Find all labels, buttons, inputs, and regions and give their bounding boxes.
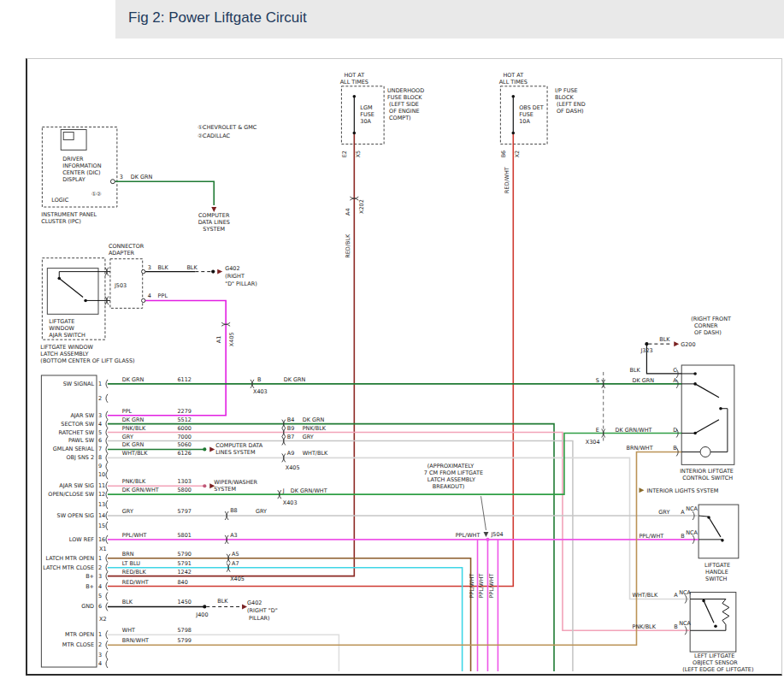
label-lt-blu: LT BLU bbox=[122, 560, 140, 567]
label-interior-lights-system: INTERIOR LIGHTS SYSTEM bbox=[646, 487, 718, 494]
label-5: 5 bbox=[98, 593, 102, 599]
label-nca: NCA bbox=[686, 505, 698, 512]
label-blk: BLK bbox=[217, 598, 228, 605]
label-9: 9 bbox=[98, 463, 102, 469]
junction-dot bbox=[707, 516, 710, 519]
label-30a: 30A bbox=[360, 118, 371, 125]
label-b: B bbox=[681, 533, 684, 540]
wire-brn-wht-5799 bbox=[108, 452, 681, 645]
label-ppl-wht: PPL/WHT bbox=[478, 574, 485, 599]
label-6112: 6112 bbox=[177, 376, 191, 383]
label-mtr-close: MTR CLOSE bbox=[62, 641, 94, 648]
label-liftgate: LIFTGATE bbox=[49, 318, 74, 325]
arrow-icon bbox=[639, 487, 644, 493]
label-hot-at: HOT AT bbox=[503, 72, 523, 79]
label-6000: 6000 bbox=[177, 425, 191, 432]
label-blk: BLK bbox=[186, 264, 197, 271]
label-5790: 5790 bbox=[177, 551, 191, 558]
label-dk-grn-wht: DK GRN/WHT bbox=[616, 427, 652, 434]
ctrl-lamp-lead bbox=[710, 409, 728, 452]
label-wht-blk: WHT/BLK bbox=[303, 450, 328, 457]
label-14: 14 bbox=[98, 512, 105, 519]
label-1: 1 bbox=[98, 381, 102, 387]
label-a4: A4 bbox=[345, 208, 351, 216]
label-nca: NCA bbox=[686, 529, 698, 536]
label-lines-system: LINES SYSTEM bbox=[215, 449, 255, 456]
label-sw-open-sig: SW OPEN SIG bbox=[57, 512, 94, 519]
label-a1: A1 bbox=[215, 336, 222, 344]
label-x403: X403 bbox=[253, 388, 268, 395]
label-underhood: UNDERHOOD bbox=[387, 87, 424, 94]
connector-bracket bbox=[106, 428, 108, 437]
connector-bracket bbox=[106, 445, 108, 453]
junction-dot bbox=[203, 605, 206, 608]
label-wht: WHT bbox=[122, 627, 135, 634]
label-dk-grn: DK GRN bbox=[122, 376, 144, 383]
label-ppl: PPL bbox=[122, 408, 133, 415]
label-sector-sw: SECTOR SW bbox=[61, 421, 94, 428]
label-3: 3 bbox=[120, 174, 123, 180]
label-ppl-wht: PPL/WHT bbox=[456, 532, 480, 539]
label-dk-grn: DK GRN bbox=[122, 416, 144, 423]
label-e: E bbox=[596, 427, 599, 434]
label-blk: BLK bbox=[659, 336, 670, 343]
junction-dot bbox=[486, 538, 489, 541]
label-obj-sns-2: OBJ SNS 2 bbox=[66, 454, 94, 461]
wire-wht-blk-6126 bbox=[108, 458, 690, 599]
label-blk: BLK bbox=[158, 264, 169, 271]
label-x1: X1 bbox=[99, 546, 107, 552]
label-mtr-open: MTR OPEN bbox=[65, 631, 94, 638]
junction-dot bbox=[714, 625, 717, 629]
label-pnk-blk: PNK/BLK bbox=[633, 623, 657, 630]
arrow-icon bbox=[674, 341, 679, 346]
junction-dot bbox=[693, 382, 697, 386]
label-dk-grn: DK GRN bbox=[633, 377, 655, 384]
label-2: 2 bbox=[98, 395, 102, 402]
label-ratchet-sw: RATCHET SW bbox=[58, 429, 94, 436]
label-right-front: (RIGHT FRONT bbox=[691, 316, 731, 322]
diagram-frame: HOT ATALL TIMESHOT ATALL TIMESLGMFUSE30A… bbox=[26, 58, 782, 676]
label-adapter: ADAPTER bbox=[109, 250, 135, 257]
label-7: 7 bbox=[98, 446, 102, 452]
label-ajar-sw-sig: AJAR SW SIG bbox=[59, 482, 94, 489]
label-left-liftgate: LEFT LIFTGATE bbox=[694, 653, 734, 659]
label-6: 6 bbox=[98, 603, 102, 610]
liftgate-module-box bbox=[41, 375, 97, 667]
connector-bracket bbox=[106, 602, 108, 611]
label-block: BLOCK bbox=[555, 94, 574, 101]
label-2: 2 bbox=[98, 564, 102, 571]
label-ppl-wht: PPL/WHT bbox=[469, 574, 475, 599]
label-b6: B6 bbox=[500, 151, 507, 158]
label-left-end: (LEFT END bbox=[557, 101, 586, 108]
junction-dot bbox=[353, 95, 357, 98]
label-liftgate-window: LIFTGATE WINDOW bbox=[40, 344, 93, 351]
label-approximately: (APPROXIMATELY bbox=[427, 463, 474, 469]
sensor-blade bbox=[704, 600, 714, 623]
label-display: DISPLAY bbox=[62, 176, 85, 183]
label-ppl: PPL bbox=[158, 292, 168, 299]
handle-lead-a bbox=[699, 516, 708, 517]
junction-dot bbox=[693, 372, 697, 375]
label-1: 1 bbox=[98, 631, 102, 638]
label-gnd: GND bbox=[81, 603, 94, 610]
label-3: 3 bbox=[98, 573, 102, 580]
label-pawl-sw: PAWL SW bbox=[68, 438, 95, 445]
ajar-switch-blade bbox=[59, 279, 83, 298]
label-e2: E2 bbox=[341, 151, 348, 157]
label-cadillac: ②CADILLAC bbox=[197, 133, 230, 139]
junction-dot bbox=[702, 599, 705, 603]
label-gry: GRY bbox=[658, 509, 669, 516]
label-dk-grn: DK GRN bbox=[284, 376, 306, 383]
label-bottom-center-of-lift-glass: (BOTTOM CENTER OF LIFT GLASS) bbox=[40, 357, 134, 364]
label-fuse: FUSE bbox=[360, 111, 374, 118]
label-pillar: PILLAR) bbox=[249, 615, 270, 622]
dic-display-icon-inner bbox=[63, 133, 74, 140]
label-gry: GRY bbox=[122, 508, 133, 515]
label-brn: BRN bbox=[122, 551, 134, 558]
label-b8: B8 bbox=[230, 507, 238, 514]
label-x2: X2 bbox=[99, 616, 107, 623]
connector-bracket bbox=[106, 470, 108, 479]
label-b4: B4 bbox=[287, 416, 295, 423]
connector-bracket bbox=[106, 582, 108, 591]
label-corner: CORNER bbox=[694, 322, 718, 329]
